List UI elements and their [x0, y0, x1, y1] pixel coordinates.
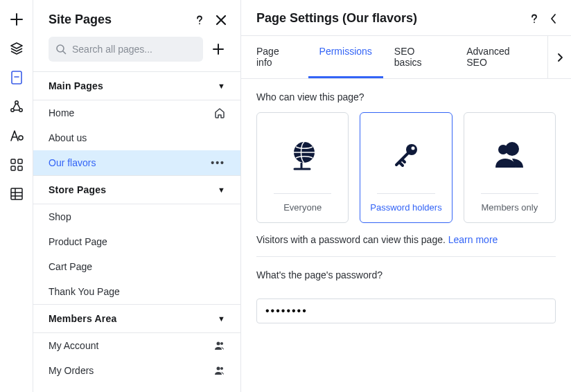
description-text: Visitors with a password can view this p… — [256, 234, 448, 245]
permission-card-everyone[interactable]: Everyone — [256, 112, 349, 223]
rail-page-icon[interactable] — [10, 71, 24, 84]
tab-permissions[interactable]: Permissions — [308, 36, 383, 78]
settings-header: Page Settings (Our flavors) — [241, 0, 571, 36]
svg-point-11 — [217, 342, 220, 346]
password-input[interactable] — [256, 299, 556, 323]
permission-card-password[interactable]: Password holders — [360, 112, 452, 223]
group-label: Main Pages — [49, 80, 103, 91]
svg-rect-8 — [18, 166, 22, 170]
chevron-down-icon: ▼ — [218, 186, 225, 194]
chevron-down-icon: ▼ — [218, 82, 225, 90]
svg-point-12 — [220, 342, 223, 345]
page-item-my-account[interactable]: My Account — [33, 333, 240, 358]
card-label: Members only — [482, 202, 538, 213]
sidebar: Site Pages Main Pages ▼ Home — [33, 0, 241, 392]
password-label: What's the page's password? — [256, 269, 556, 280]
divider — [256, 256, 556, 257]
svg-point-19 — [498, 145, 508, 154]
permission-card-members[interactable]: Members only — [464, 112, 556, 223]
card-label: Password holders — [370, 202, 441, 213]
add-page-button[interactable] — [209, 37, 228, 62]
home-icon — [214, 107, 225, 118]
svg-rect-5 — [11, 159, 15, 163]
page-label: My Account — [49, 340, 98, 351]
tabs-row: Page info Permissions SEO basics Advance… — [241, 36, 571, 79]
page-item-shop[interactable]: Shop — [33, 204, 240, 229]
page-label: Shop — [49, 211, 71, 222]
search-input-wrap[interactable] — [49, 37, 203, 62]
rail-grid-icon[interactable] — [10, 158, 24, 172]
page-label: Product Page — [49, 236, 107, 247]
permission-cards: Everyone Password holders Members only — [256, 112, 556, 223]
permission-description: Visitors with a password can view this p… — [256, 234, 556, 245]
settings-panel: Page Settings (Our flavors) Page info Pe… — [241, 0, 571, 392]
svg-rect-0 — [12, 71, 21, 84]
page-item-thank-you[interactable]: Thank You Page — [33, 279, 240, 304]
more-icon[interactable]: ••• — [211, 157, 225, 168]
tabs-scroll-right[interactable] — [547, 36, 571, 78]
page-label: Home — [49, 107, 74, 118]
page-item-my-orders[interactable]: My Orders — [33, 358, 240, 383]
sidebar-title: Site Pages — [49, 12, 112, 27]
close-icon[interactable] — [216, 15, 227, 26]
members-icon — [214, 341, 225, 350]
help-icon[interactable] — [193, 14, 206, 26]
svg-point-1 — [15, 101, 17, 104]
svg-point-4 — [19, 136, 23, 140]
sidebar-list: Main Pages ▼ Home About us Our flavors •… — [33, 71, 240, 392]
svg-rect-7 — [11, 166, 15, 170]
members-icon — [491, 131, 527, 179]
globe-icon — [288, 131, 318, 179]
search-icon — [55, 44, 67, 55]
key-icon — [389, 131, 423, 179]
rail-table-icon[interactable] — [10, 187, 24, 201]
rail-layers-icon[interactable] — [10, 42, 24, 55]
svg-rect-6 — [18, 159, 22, 163]
card-label: Everyone — [283, 202, 322, 213]
permissions-question: Who can view this page? — [256, 91, 556, 103]
svg-point-17 — [411, 147, 414, 150]
rail-text-icon[interactable] — [10, 129, 24, 143]
collapse-icon[interactable] — [550, 13, 557, 24]
group-label: Members Area — [49, 313, 116, 324]
settings-title: Page Settings (Our flavors) — [256, 11, 417, 26]
help-icon[interactable] — [528, 12, 541, 25]
group-header-members-area[interactable]: Members Area ▼ — [33, 304, 240, 333]
page-label: Our flavors — [49, 157, 96, 168]
svg-point-2 — [10, 109, 13, 112]
page-item-home[interactable]: Home — [33, 100, 240, 125]
learn-more-link[interactable]: Learn more — [448, 234, 498, 245]
svg-point-14 — [220, 367, 223, 370]
rail-add-icon[interactable] — [10, 12, 24, 26]
page-label: My Orders — [49, 365, 94, 376]
svg-point-13 — [217, 367, 220, 371]
tabs: Page info Permissions SEO basics Advance… — [241, 36, 547, 78]
tab-page-info[interactable]: Page info — [245, 36, 308, 78]
search-input[interactable] — [72, 44, 196, 55]
members-icon — [214, 366, 225, 375]
tab-seo-basics[interactable]: SEO basics — [383, 36, 455, 78]
group-label: Store Pages — [49, 184, 106, 195]
page-label: About us — [49, 132, 87, 143]
svg-point-3 — [19, 109, 21, 112]
page-item-about-us[interactable]: About us — [33, 125, 240, 150]
rail-share-icon[interactable] — [10, 100, 24, 114]
page-label: Thank You Page — [49, 286, 120, 297]
svg-rect-9 — [11, 188, 22, 199]
page-item-product-page[interactable]: Product Page — [33, 229, 240, 254]
sidebar-header: Site Pages — [33, 0, 240, 37]
tab-advanced-seo[interactable]: Advanced SEO — [455, 36, 543, 78]
group-header-store-pages[interactable]: Store Pages ▼ — [33, 175, 240, 204]
page-label: Cart Page — [49, 261, 92, 272]
group-header-main-pages[interactable]: Main Pages ▼ — [33, 71, 240, 100]
sidebar-search-row — [33, 37, 240, 71]
settings-body: Who can view this page? Everyone Passwor… — [241, 79, 571, 336]
page-item-cart-page[interactable]: Cart Page — [33, 254, 240, 279]
chevron-down-icon: ▼ — [218, 314, 225, 323]
left-rail — [0, 0, 33, 392]
page-item-our-flavors[interactable]: Our flavors ••• — [33, 150, 240, 175]
